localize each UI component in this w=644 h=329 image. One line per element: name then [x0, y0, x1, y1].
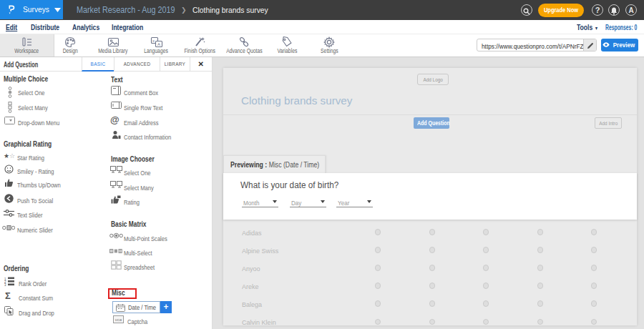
svg-text:3: 3 [4, 283, 6, 286]
svg-text:A: A [157, 42, 160, 46]
svg-text:vca: vca [115, 318, 122, 322]
svg-text:x: x [152, 39, 155, 43]
